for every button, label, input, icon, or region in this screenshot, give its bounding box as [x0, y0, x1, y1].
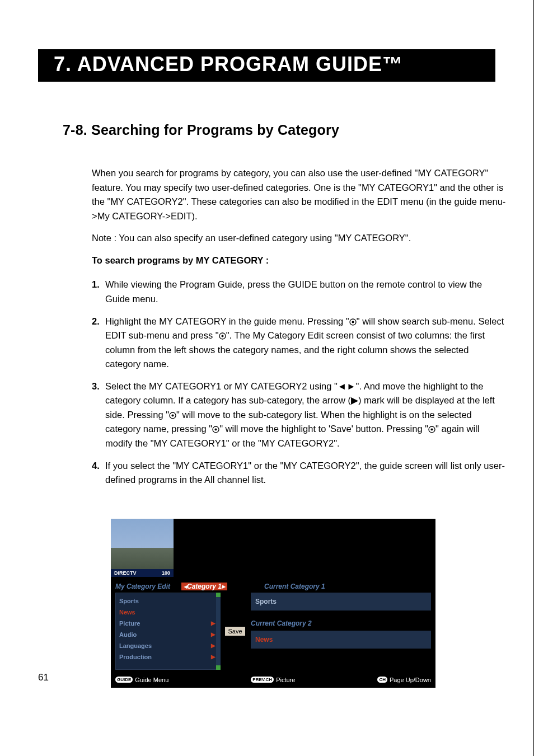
list-item[interactable]: Languages▶	[119, 640, 216, 651]
current-category2-field[interactable]: News	[251, 631, 431, 649]
right-arrow-icon: ▶	[351, 395, 358, 405]
brand-label: DIRECTV	[114, 570, 137, 576]
step-3: 3. Select the MY CATEGORY1 or MY CATEGOR…	[92, 379, 506, 451]
list-item-label: Picture	[119, 618, 140, 629]
category-list: Sports News Picture▶ Audio▶ Languages▶ P…	[115, 593, 219, 670]
footer-hint-picture: PREV.CH Picture	[251, 677, 295, 683]
step-number: 3.	[92, 379, 105, 451]
text-fragment: " will move the highlight to 'Save' butt…	[219, 424, 428, 434]
svg-point-1	[352, 321, 354, 323]
category-tab[interactable]: ◂Category 1▸	[181, 583, 227, 590]
ch-pill-icon: CH	[377, 677, 387, 683]
current-category1-label: Current Category 1	[264, 583, 325, 590]
list-item-label: News	[119, 607, 135, 618]
list-item[interactable]: Sports	[119, 595, 216, 607]
step-text: Highlight the MY CATEGORY in the guide m…	[105, 314, 506, 372]
mycat-edit-label: My Category Edit	[115, 583, 177, 590]
select-button-icon	[349, 318, 357, 326]
footer-hint-guide: GUIDE Guide Menu	[115, 677, 168, 683]
channel-number: 100	[162, 570, 170, 576]
intro-paragraph: When you search for programs by category…	[92, 166, 506, 223]
list-item[interactable]: Picture▶	[119, 618, 216, 629]
footer-label: Guide Menu	[135, 677, 168, 683]
current-category1-field[interactable]: Sports	[251, 593, 431, 611]
screenshot-top: DIRECTV 100	[111, 519, 435, 577]
list-item-label: Production	[119, 651, 152, 663]
svg-point-5	[172, 414, 174, 416]
step-text: Select the MY CATEGORY1 or MY CATEGORY2 …	[105, 379, 506, 451]
screenshot-footer: GUIDE Guide Menu PREV.CH Picture CH Page…	[111, 673, 435, 688]
footer-hint-page: CH Page Up/Down	[377, 677, 431, 683]
select-button-icon	[212, 426, 219, 433]
step-1: 1. While viewing the Program Guide, pres…	[92, 278, 506, 306]
step-number: 1.	[92, 278, 105, 306]
page-number: 61	[38, 672, 49, 683]
chapter-title: 7. ADVANCED PROGRAM GUIDE™	[38, 49, 495, 82]
preview-thumbnail: DIRECTV 100	[111, 519, 174, 577]
step-text: If you select the "MY CATEGORY1" or the …	[105, 459, 506, 487]
step-2: 2. Highlight the MY CATEGORY in the guid…	[92, 314, 506, 372]
svg-point-9	[431, 429, 433, 431]
list-item-label: Audio	[119, 629, 137, 640]
text-fragment: Select the MY CATEGORY1 or MY CATEGORY2 …	[105, 381, 338, 391]
step-number: 2.	[92, 314, 105, 372]
submenu-arrow-icon: ▶	[211, 618, 216, 629]
list-item-label: Languages	[119, 640, 152, 651]
guide-pill-icon: GUIDE	[115, 677, 133, 683]
body-text: When you search for programs by category…	[92, 166, 506, 487]
prevch-pill-icon: PREV.CH	[251, 677, 274, 683]
text-fragment: Highlight the MY CATEGORY in the guide m…	[105, 316, 349, 326]
thumbnail-label: DIRECTV 100	[111, 569, 174, 577]
screenshot-mid: Sports News Picture▶ Audio▶ Languages▶ P…	[111, 590, 435, 673]
screenshot-dark-area	[174, 519, 435, 577]
tv-screenshot: DIRECTV 100 My Category Edit ◂Category 1…	[111, 519, 435, 688]
list-item[interactable]: News	[119, 607, 216, 618]
submenu-arrow-icon: ▶	[211, 640, 216, 651]
submenu-arrow-icon: ▶	[211, 651, 216, 663]
list-item[interactable]: Audio▶	[119, 629, 216, 640]
instruction-heading: To search programs by MY CATEGORY :	[92, 253, 506, 268]
footer-label: Page Up/Down	[390, 677, 431, 683]
note-paragraph: Note : You can also specify an user-defi…	[92, 231, 506, 246]
category-list-inner: Sports News Picture▶ Audio▶ Languages▶ P…	[115, 593, 219, 670]
svg-point-7	[215, 429, 217, 431]
section-title: 7-8. Searching for Programs by Category	[63, 122, 495, 138]
screenshot-header-row: My Category Edit ◂Category 1▸ Current Ca…	[111, 577, 435, 590]
left-right-arrow-icon: ◄►	[338, 381, 356, 391]
page: 7. ADVANCED PROGRAM GUIDE™ 7-8. Searchin…	[0, 0, 534, 756]
footer-label: Picture	[276, 677, 295, 683]
list-item-label: Sports	[119, 595, 139, 607]
scroll-down-icon[interactable]	[216, 665, 221, 670]
step-number: 4.	[92, 459, 105, 487]
select-button-icon	[169, 412, 176, 419]
right-column: Sports Current Category 2 News	[251, 593, 431, 670]
step-text: While viewing the Program Guide, press t…	[105, 278, 506, 306]
step-4: 4. If you select the "MY CATEGORY1" or t…	[92, 459, 506, 487]
select-button-icon	[219, 332, 226, 340]
scrollbar[interactable]	[216, 593, 221, 670]
save-button[interactable]: Save	[225, 627, 245, 636]
save-wrap: Save	[224, 593, 246, 670]
list-item[interactable]: Production▶	[119, 651, 216, 663]
current-category2-label: Current Category 2	[251, 619, 431, 627]
scroll-up-icon[interactable]	[216, 593, 221, 597]
submenu-arrow-icon: ▶	[211, 629, 216, 640]
steps-list: 1. While viewing the Program Guide, pres…	[92, 278, 506, 487]
select-button-icon	[428, 426, 435, 433]
svg-point-3	[221, 335, 223, 337]
